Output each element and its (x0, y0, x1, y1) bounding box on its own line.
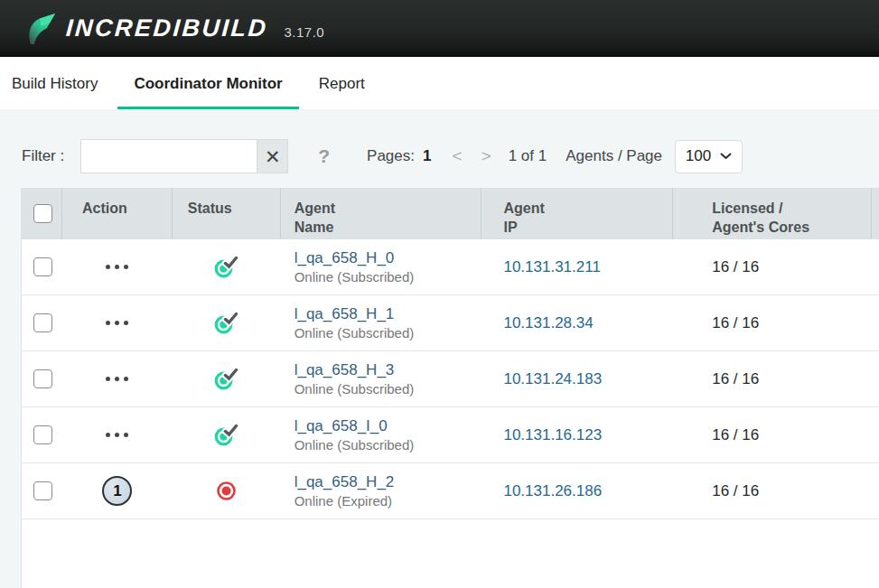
status-online-subscribed-icon (213, 423, 239, 447)
filter-input[interactable] (80, 139, 257, 173)
topbar: INCREDIBUILD 3.17.0 (0, 0, 879, 57)
row-checkbox[interactable] (33, 313, 52, 332)
chevron-down-icon (720, 153, 732, 160)
table-header: Action Status AgentName AgentIP Licensed… (22, 188, 879, 239)
agent-ip: 10.131.26.186 (503, 482, 602, 499)
per-page-select[interactable]: 100 (675, 140, 743, 173)
per-page-label: Agents / Page (566, 147, 662, 165)
agent-ip: 10.131.28.34 (503, 314, 593, 331)
table-row: 1 l_qa_658_H_2 Online (Expired) 10.131.2… (22, 463, 879, 519)
table-body: l_qa_658_H_0 Online (Subscribed) 10.131.… (22, 239, 879, 519)
column-header-agent-ip: AgentIP (482, 188, 673, 239)
next-page-button[interactable]: > (482, 146, 491, 166)
table-row: l_qa_658_H_1 Online (Subscribed) 10.131.… (22, 295, 879, 351)
table-row: l_qa_658_H_3 Online (Subscribed) 10.131.… (22, 351, 879, 407)
toolbar: Filter : ✕ ? Pages: 1 < > 1 of 1 Agents … (0, 109, 879, 188)
tabbar: Build History Coordinator Monitor Report (0, 57, 879, 109)
status-online-subscribed-icon (213, 311, 239, 335)
agent-cores: 16 / 16 (712, 426, 759, 443)
agent-state: Online (Subscribed) (295, 325, 482, 341)
agent-name-link[interactable]: l_qa_658_H_0 (295, 249, 482, 267)
filter-label: Filter : (22, 147, 64, 165)
row-actions-menu[interactable] (104, 427, 130, 443)
status-online-subscribed-icon (213, 367, 239, 391)
agents-table: Action Status AgentName AgentIP Licensed… (21, 188, 879, 588)
column-header-action: Action (62, 188, 173, 239)
row-checkbox[interactable] (33, 481, 52, 500)
row-checkbox[interactable] (33, 425, 52, 444)
page-info: 1 of 1 (509, 147, 547, 165)
table-row: l_qa_658_H_0 Online (Subscribed) 10.131.… (22, 239, 879, 295)
row-checkbox[interactable] (33, 369, 52, 388)
row-actions-menu[interactable] (104, 315, 130, 331)
version-label: 3.17.0 (285, 24, 325, 40)
column-header-licensed-cores: Licensed /Agent's Cores (673, 188, 872, 239)
filter-group: ✕ (80, 139, 288, 173)
column-header-status: Status (173, 188, 281, 239)
select-all-checkbox[interactable] (33, 204, 52, 223)
brand-wordmark: INCREDIBUILD (65, 14, 269, 42)
agent-state: Online (Expired) (295, 493, 482, 509)
clear-filter-button[interactable]: ✕ (257, 139, 288, 173)
per-page-value: 100 (686, 147, 711, 165)
pages-label: Pages: (367, 147, 415, 165)
agent-state: Online (Subscribed) (295, 437, 482, 453)
select-all-cell (22, 188, 62, 239)
agent-name-link[interactable]: l_qa_658_I_0 (295, 417, 482, 435)
agent-ip: 10.131.16.123 (503, 426, 602, 443)
agent-name-link[interactable]: l_qa_658_H_2 (295, 473, 482, 491)
agent-ip: 10.131.31.211 (503, 258, 600, 275)
content-area: Filter : ✕ ? Pages: 1 < > 1 of 1 Agents … (0, 109, 879, 588)
agent-state: Online (Subscribed) (295, 381, 482, 397)
close-icon: ✕ (265, 147, 281, 166)
agent-name-link[interactable]: l_qa_658_H_1 (295, 305, 482, 323)
table-row: l_qa_658_I_0 Online (Subscribed) 10.131.… (22, 407, 879, 463)
agent-state: Online (Subscribed) (295, 269, 482, 285)
agent-ip: 10.131.24.183 (503, 370, 602, 387)
row-actions-menu[interactable] (104, 371, 130, 387)
tab-coordinator-monitor[interactable]: Coordinator Monitor (117, 61, 298, 109)
agent-cores: 16 / 16 (712, 314, 759, 331)
agent-cores: 16 / 16 (712, 482, 759, 499)
status-online-expired-icon (215, 480, 238, 502)
tab-report[interactable]: Report (319, 61, 365, 109)
help-icon[interactable]: ? (318, 145, 330, 167)
row-actions-menu[interactable] (104, 259, 130, 275)
column-header-agent-name: AgentName (281, 188, 482, 239)
agent-count-badge[interactable]: 1 (102, 476, 132, 506)
column-header-extra (872, 188, 879, 239)
tab-build-history[interactable]: Build History (12, 61, 98, 109)
status-online-subscribed-icon (213, 255, 239, 279)
incredibuild-app: INCREDIBUILD 3.17.0 Build History Coordi… (0, 0, 879, 588)
prev-page-button[interactable]: < (452, 146, 462, 166)
current-page: 1 (423, 147, 431, 165)
agent-cores: 16 / 16 (712, 258, 759, 275)
row-checkbox[interactable] (33, 257, 52, 276)
agent-name-link[interactable]: l_qa_658_H_3 (295, 361, 482, 379)
incredibuild-logo-icon (24, 12, 55, 46)
agent-cores: 16 / 16 (712, 370, 759, 387)
